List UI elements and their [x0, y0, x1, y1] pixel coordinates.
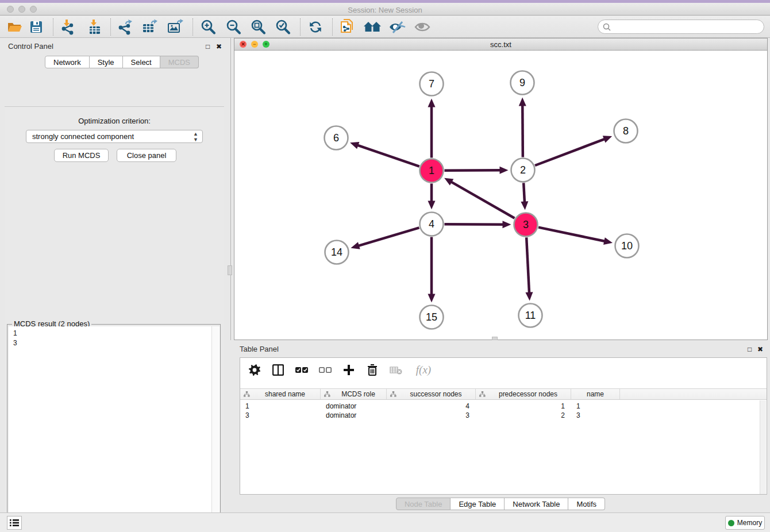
table-settings-icon[interactable]: [247, 363, 262, 377]
tab-network[interactable]: Network: [45, 56, 90, 68]
network-view-title: scc.txt: [234, 40, 767, 49]
close-panel-button[interactable]: Close panel: [117, 149, 176, 162]
function-builder-icon[interactable]: f(x): [412, 363, 435, 377]
node-label: 2: [520, 164, 526, 176]
table-cell[interactable]: 1: [476, 402, 571, 411]
table-cell[interactable]: dominator: [321, 411, 387, 420]
node-table: f(x) shared nameMCDS rolesuccessor nodes…: [240, 357, 767, 495]
edge-arrowhead: [350, 142, 359, 149]
edge-1-2[interactable]: [444, 170, 501, 171]
tab-network-table[interactable]: Network Table: [505, 498, 568, 510]
open-session-icon[interactable]: [5, 18, 24, 36]
memory-button[interactable]: Memory: [725, 516, 765, 530]
search-box[interactable]: [598, 20, 764, 34]
mcds-result-group: MCDS result (2 nodes) 1 3: [7, 324, 221, 532]
zoom-selected-icon[interactable]: [273, 18, 292, 36]
node-label: 14: [331, 246, 342, 258]
table-cell[interactable]: 2: [476, 411, 571, 420]
tab-motifs[interactable]: Motifs: [568, 498, 605, 510]
control-panel-title: Control Panel: [8, 42, 53, 51]
export-image-icon[interactable]: [165, 18, 185, 36]
export-table-icon[interactable]: [140, 18, 160, 36]
node-label: 15: [426, 311, 437, 323]
network-view-window: ✕ − + scc.txt 7968124314101511: [234, 38, 768, 340]
edge-2-9[interactable]: [522, 104, 523, 157]
result-scrollbar[interactable]: [211, 326, 219, 532]
edge-4-14[interactable]: [357, 228, 419, 246]
selected-criterion: strongly connected component: [32, 132, 134, 141]
window-title: Session: New Session: [0, 6, 770, 14]
select-stepper-icon: ▲▼: [193, 131, 198, 142]
table-header-row[interactable]: shared nameMCDS rolesuccessor nodesprede…: [240, 388, 767, 400]
save-session-icon[interactable]: [26, 18, 46, 36]
node-label: 7: [429, 78, 434, 90]
select-all-icon[interactable]: [294, 363, 309, 377]
import-network-icon[interactable]: [58, 18, 78, 36]
zoom-out-icon[interactable]: [224, 18, 243, 36]
toolbar-separator: [53, 18, 53, 36]
column-header-predecessor-nodes[interactable]: predecessor nodes: [476, 389, 571, 399]
edge-arrowhead: [525, 292, 533, 300]
zoom-in-icon[interactable]: [198, 18, 218, 36]
close-panel-icon[interactable]: ✖: [216, 43, 222, 51]
column-header-MCDS-role[interactable]: MCDS role: [321, 389, 387, 399]
mcds-panel: Optimization criterion: strongly connect…: [5, 106, 224, 532]
optimization-criterion-select[interactable]: strongly connected component ▲▼: [26, 130, 203, 143]
node-label: 4: [429, 218, 434, 230]
mcds-result-text[interactable]: 1 3: [9, 326, 220, 532]
add-row-icon[interactable]: [341, 363, 356, 377]
column-header-successor-nodes[interactable]: successor nodes: [387, 389, 476, 399]
zoom-fit-icon[interactable]: [248, 18, 268, 36]
edge-arrowhead: [603, 136, 612, 142]
run-mcds-button[interactable]: Run MCDS: [54, 149, 109, 162]
table-cell[interactable]: 1: [571, 402, 620, 411]
deselect-all-icon[interactable]: [318, 363, 333, 377]
close-table-panel-icon[interactable]: ✖: [757, 345, 763, 353]
float-panel-icon[interactable]: □: [206, 43, 210, 51]
import-table-icon[interactable]: [85, 18, 105, 36]
float-table-panel-icon[interactable]: □: [748, 345, 752, 353]
graph-canvas[interactable]: 7968124314101511: [234, 51, 767, 340]
vertical-splitter[interactable]: [230, 38, 231, 340]
table-scrollbar[interactable]: [760, 400, 766, 494]
delete-table-icon[interactable]: [388, 363, 403, 377]
table-cell[interactable]: 3: [571, 411, 620, 420]
show-graphics-details-icon[interactable]: [413, 18, 432, 36]
show-columns-icon[interactable]: [271, 363, 286, 377]
vertical-splitter-grip[interactable]: [228, 265, 232, 275]
edge-1-6[interactable]: [356, 145, 419, 167]
table-tabs: Node Table Edge Table Network Table Moti…: [231, 498, 770, 510]
column-header-name[interactable]: name: [571, 389, 620, 399]
home-layout-icon[interactable]: [363, 18, 382, 36]
edge-3-1[interactable]: [451, 182, 515, 218]
edge-3-10[interactable]: [538, 228, 606, 242]
edge-arrowhead: [428, 294, 436, 303]
refresh-network-view-icon[interactable]: [306, 18, 325, 36]
tab-style[interactable]: Style: [90, 56, 123, 68]
edge-4-3[interactable]: [444, 224, 504, 225]
edge-2-8[interactable]: [535, 138, 606, 165]
table-cell[interactable]: 3: [240, 411, 321, 420]
delete-row-icon[interactable]: [365, 363, 380, 377]
edge-3-11[interactable]: [526, 237, 529, 294]
task-history-button[interactable]: [7, 516, 22, 530]
table-cell[interactable]: 4: [387, 402, 476, 411]
hide-graphics-details-icon[interactable]: [387, 18, 407, 36]
tab-node-table[interactable]: Node Table: [396, 498, 451, 510]
network-from-file-icon[interactable]: [338, 18, 357, 36]
node-label: 9: [519, 77, 525, 88]
tab-mcds[interactable]: MCDS: [160, 56, 199, 68]
tab-edge-table[interactable]: Edge Table: [451, 498, 505, 510]
table-row[interactable]: 1dominator411: [240, 402, 767, 411]
tab-select[interactable]: Select: [123, 56, 160, 68]
table-cell[interactable]: 1: [240, 402, 321, 411]
table-row[interactable]: 3dominator323: [240, 411, 767, 420]
export-network-icon[interactable]: [116, 18, 135, 36]
search-input[interactable]: [614, 22, 764, 31]
network-window-titlebar[interactable]: ✕ − + scc.txt: [234, 38, 767, 51]
table-cell[interactable]: 3: [387, 411, 476, 420]
table-cell[interactable]: dominator: [321, 402, 387, 411]
edge-2-3[interactable]: [523, 183, 525, 203]
column-header-shared-name[interactable]: shared name: [240, 389, 321, 399]
node-label: 8: [623, 125, 629, 137]
